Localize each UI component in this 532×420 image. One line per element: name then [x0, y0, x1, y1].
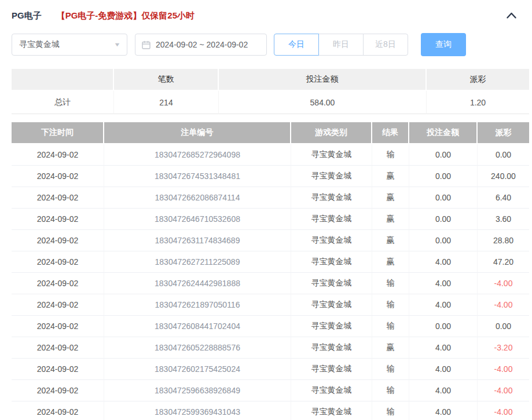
panel-title: PG电子	[12, 10, 42, 21]
bet-time-cell: 2024-09-02	[12, 166, 104, 187]
bet-time-cell: 2024-09-02	[12, 144, 104, 166]
game-type-cell: 寻宝黄金城	[291, 209, 372, 230]
order-id-cell: 1830472605228888576	[104, 337, 291, 359]
table-row: 2024-09-021830472624442981888寻宝黄金城输4.00-…	[12, 273, 529, 294]
date-range-input[interactable]: 2024-09-02 ~ 2024-09-02	[135, 34, 267, 56]
summary-total-count: 214	[114, 91, 219, 114]
game-type-cell: 寻宝黄金城	[291, 401, 372, 420]
game-select-value: 寻宝黄金城	[19, 39, 60, 50]
payout-cell: -3.20	[478, 337, 529, 359]
order-id-cell: 1830472674531348481	[104, 166, 291, 187]
order-id-cell: 1830472631174834689	[104, 230, 291, 251]
table-row: 2024-09-021830472627211225089寻宝黄金城赢4.004…	[12, 251, 529, 273]
result-cell: 输	[372, 144, 409, 166]
table-row: 2024-09-021830472646710532608寻宝黄金城赢0.003…	[12, 209, 529, 230]
calendar-icon	[142, 41, 151, 49]
bet-amount-cell: 0.00	[409, 316, 478, 337]
payout-cell: 28.80	[478, 230, 529, 251]
bet-amount-cell: 4.00	[409, 359, 478, 380]
payout-cell: -4.00	[478, 380, 529, 401]
quick-button-last8days[interactable]: 近8日	[363, 34, 408, 56]
chevron-up-icon	[506, 11, 517, 21]
table-row: 2024-09-021830472662086874114寻宝黄金城赢0.006…	[12, 187, 529, 209]
bet-amount-cell: 4.00	[409, 273, 478, 294]
summary-total-bet-amount: 584.00	[219, 91, 427, 114]
order-id-cell: 1830472596638926849	[104, 380, 291, 401]
result-cell: 赢	[372, 209, 409, 230]
order-id-cell: 1830472624442981888	[104, 273, 291, 294]
game-type-cell: 寻宝黄金城	[291, 294, 372, 316]
payout-cell: 0.00	[478, 144, 529, 166]
summary-header-row: 笔数 投注金额 派彩	[12, 69, 529, 91]
bet-time-cell: 2024-09-02	[12, 401, 104, 420]
bet-time-cell: 2024-09-02	[12, 359, 104, 380]
bet-amount-cell: 4.00	[409, 337, 478, 359]
bet-amount-cell: 0.00	[409, 166, 478, 187]
result-cell: 赢	[372, 337, 409, 359]
game-type-cell: 寻宝黄金城	[291, 187, 372, 209]
table-row: 2024-09-021830472608441702404寻宝黄金城输0.000…	[12, 316, 529, 337]
caret-down-icon: ▼	[113, 42, 120, 48]
game-type-cell: 寻宝黄金城	[291, 166, 372, 187]
summary-total-payout: 1.20	[427, 91, 529, 114]
quick-button-today[interactable]: 今日	[274, 34, 319, 56]
panel-notice: 【PG电子-免费游戏】仅保留25小时	[57, 10, 195, 21]
collapse-button[interactable]	[506, 11, 517, 21]
result-cell: 输	[372, 294, 409, 316]
order-id-cell: 1830472627211225089	[104, 251, 291, 273]
search-button[interactable]: 查询	[421, 33, 466, 56]
records-header-game-type: 游戏类别	[291, 122, 372, 144]
filter-bar: 寻宝黄金城 ▼ 2024-09-02 ~ 2024-09-02 今日 昨日 近8…	[12, 33, 520, 56]
table-row: 2024-09-021830472674531348481寻宝黄金城赢0.002…	[12, 166, 529, 187]
bet-time-cell: 2024-09-02	[12, 337, 104, 359]
table-row: 2024-09-021830472621897050116寻宝黄金城输4.00-…	[12, 294, 529, 316]
records-header-payout: 派彩	[478, 122, 529, 144]
order-id-cell: 1830472599369431043	[104, 401, 291, 420]
quick-button-yesterday[interactable]: 昨日	[318, 34, 364, 56]
bet-time-cell: 2024-09-02	[12, 209, 104, 230]
bet-time-cell: 2024-09-02	[12, 294, 104, 316]
result-cell: 赢	[372, 251, 409, 273]
bet-amount-cell: 0.00	[409, 209, 478, 230]
game-type-cell: 寻宝黄金城	[291, 230, 372, 251]
records-header-bet-time: 下注时间	[12, 122, 104, 144]
payout-cell: 6.40	[478, 187, 529, 209]
summary-header-bet-amount: 投注金额	[219, 69, 427, 91]
bet-amount-cell: 4.00	[409, 251, 478, 273]
order-id-cell: 1830472646710532608	[104, 209, 291, 230]
bet-amount-cell: 0.00	[409, 230, 478, 251]
records-header-row: 下注时间 注单编号 游戏类别 结果 投注金额 派彩	[12, 122, 529, 144]
bet-time-cell: 2024-09-02	[12, 187, 104, 209]
game-type-cell: 寻宝黄金城	[291, 359, 372, 380]
panel-header: PG电子 【PG电子-免费游戏】仅保留25小时	[0, 0, 532, 21]
bet-time-cell: 2024-09-02	[12, 230, 104, 251]
payout-cell: 0.00	[478, 316, 529, 337]
game-select[interactable]: 寻宝黄金城 ▼	[12, 34, 127, 56]
table-row: 2024-09-021830472685272964098寻宝黄金城输0.000…	[12, 144, 529, 166]
order-id-cell: 1830472662086874114	[104, 187, 291, 209]
summary-table: 笔数 投注金额 派彩 总计 214 584.00 1.20	[12, 69, 529, 114]
game-type-cell: 寻宝黄金城	[291, 337, 372, 359]
game-type-cell: 寻宝黄金城	[291, 273, 372, 294]
table-row: 2024-09-021830472602175425024寻宝黄金城输4.00-…	[12, 359, 529, 380]
order-id-cell: 1830472602175425024	[104, 359, 291, 380]
table-row: 2024-09-021830472599369431043寻宝黄金城输4.00-…	[12, 401, 529, 420]
game-type-cell: 寻宝黄金城	[291, 316, 372, 337]
result-cell: 输	[372, 401, 409, 420]
result-cell: 输	[372, 359, 409, 380]
result-cell: 输	[372, 273, 409, 294]
table-row: 2024-09-021830472596638926849寻宝黄金城输4.00-…	[12, 380, 529, 401]
summary-header-payout: 派彩	[427, 69, 529, 91]
payout-cell: -4.00	[478, 294, 529, 316]
records-header-result: 结果	[372, 122, 409, 144]
bet-amount-cell: 0.00	[409, 144, 478, 166]
game-type-cell: 寻宝黄金城	[291, 144, 372, 166]
payout-cell: -4.00	[478, 359, 529, 380]
date-range-value: 2024-09-02 ~ 2024-09-02	[156, 40, 248, 49]
order-id-cell: 1830472621897050116	[104, 294, 291, 316]
payout-cell: 47.20	[478, 251, 529, 273]
records-header-order-id: 注单编号	[104, 122, 291, 144]
game-type-cell: 寻宝黄金城	[291, 251, 372, 273]
result-cell: 赢	[372, 230, 409, 251]
payout-cell: -4.00	[478, 401, 529, 420]
